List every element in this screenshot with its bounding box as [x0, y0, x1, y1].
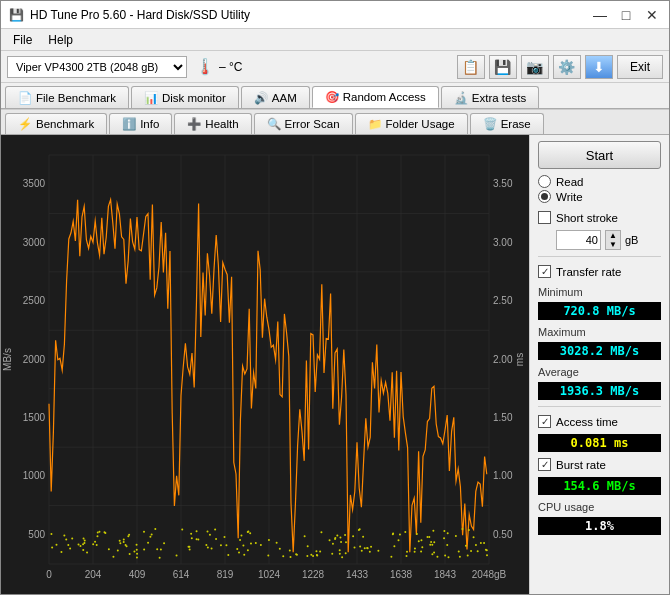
right-panel: Start Read Write Short stroke	[529, 135, 669, 594]
performance-chart	[1, 135, 529, 594]
toolbar-btn-camera[interactable]: 📷	[521, 55, 549, 79]
short-stroke-item[interactable]: Short stroke	[538, 211, 661, 224]
tab-benchmark[interactable]: ⚡ Benchmark	[5, 113, 107, 134]
maximize-button[interactable]: □	[617, 6, 635, 24]
short-stroke-checkbox[interactable]	[538, 211, 551, 224]
minimum-value: 720.8 MB/s	[538, 302, 661, 320]
disk-monitor-icon: 📊	[144, 91, 158, 105]
rw-radio-group: Read Write	[538, 175, 661, 203]
menu-bar: File Help	[1, 29, 669, 51]
read-radio-item[interactable]: Read	[538, 175, 661, 188]
tab-aam[interactable]: 🔊 AAM	[241, 86, 310, 108]
tab-file-benchmark[interactable]: 📄 File Benchmark	[5, 86, 129, 108]
toolbar-btn-2[interactable]: 💾	[489, 55, 517, 79]
exit-button[interactable]: Exit	[617, 55, 663, 79]
transfer-rate-item[interactable]: Transfer rate	[538, 265, 661, 278]
spin-up-button[interactable]: ▲	[606, 231, 620, 240]
write-label: Write	[556, 191, 583, 203]
disk-monitor-label: Disk monitor	[162, 92, 226, 104]
info-icon: ℹ️	[122, 117, 136, 131]
menu-help[interactable]: Help	[40, 31, 81, 49]
write-radio[interactable]	[538, 190, 551, 203]
temperature-value: – °C	[219, 60, 242, 74]
tab-disk-monitor[interactable]: 📊 Disk monitor	[131, 86, 239, 108]
burst-rate-checkbox[interactable]	[538, 458, 551, 471]
burst-rate-item[interactable]: Burst rate	[538, 458, 661, 471]
tab-health[interactable]: ➕ Health	[174, 113, 251, 134]
maximum-value: 3028.2 MB/s	[538, 342, 661, 360]
read-label: Read	[556, 176, 584, 188]
title-bar: 💾 HD Tune Pro 5.60 - Hard Disk/SSD Utili…	[1, 1, 669, 29]
tab-erase[interactable]: 🗑️ Erase	[470, 113, 544, 134]
burst-rate-value: 154.6 MB/s	[538, 477, 661, 495]
file-benchmark-icon: 📄	[18, 91, 32, 105]
window-title: HD Tune Pro 5.60 - Hard Disk/SSD Utility	[30, 8, 250, 22]
average-value: 1936.3 MB/s	[538, 382, 661, 400]
tabs-row-1: 📄 File Benchmark 📊 Disk monitor 🔊 AAM 🎯 …	[1, 83, 669, 109]
erase-icon: 🗑️	[483, 117, 497, 131]
spin-down-button[interactable]: ▼	[606, 240, 620, 249]
temperature-display: 🌡️ – °C	[195, 57, 242, 76]
chart-area	[1, 135, 529, 594]
tab-info[interactable]: ℹ️ Info	[109, 113, 172, 134]
tab-random-access[interactable]: 🎯 Random Access	[312, 86, 439, 108]
menu-file[interactable]: File	[5, 31, 40, 49]
random-access-icon: 🎯	[325, 90, 339, 104]
benchmark-icon: ⚡	[18, 117, 32, 131]
drive-selector[interactable]: Viper VP4300 2TB (2048 gB)	[7, 56, 187, 78]
main-window: 💾 HD Tune Pro 5.60 - Hard Disk/SSD Utili…	[0, 0, 670, 595]
divider-2	[538, 406, 661, 407]
toolbar: Viper VP4300 2TB (2048 gB) 🌡️ – °C 📋 💾 📷…	[1, 51, 669, 83]
access-time-label: Access time	[556, 416, 618, 428]
info-label: Info	[140, 118, 159, 130]
minimize-button[interactable]: —	[591, 6, 609, 24]
tab-extra-tests[interactable]: 🔬 Extra tests	[441, 86, 539, 108]
toolbar-btn-1[interactable]: 📋	[457, 55, 485, 79]
short-stroke-row: ▲ ▼ gB	[556, 230, 661, 250]
write-radio-item[interactable]: Write	[538, 190, 661, 203]
toolbar-btn-settings[interactable]: ⚙️	[553, 55, 581, 79]
transfer-rate-label: Transfer rate	[556, 266, 621, 278]
access-time-checkbox[interactable]	[538, 415, 551, 428]
stroke-input[interactable]	[556, 230, 601, 250]
random-access-label: Random Access	[343, 91, 426, 103]
cpu-value: 1.8%	[538, 517, 661, 535]
aam-label: AAM	[272, 92, 297, 104]
app-icon: 💾	[9, 8, 24, 22]
average-label: Average	[538, 366, 661, 378]
access-time-item[interactable]: Access time	[538, 415, 661, 428]
divider-1	[538, 256, 661, 257]
health-icon: ➕	[187, 117, 201, 131]
access-time-value: 0.081 ms	[538, 434, 661, 452]
folder-usage-label: Folder Usage	[386, 118, 455, 130]
health-label: Health	[205, 118, 238, 130]
error-scan-label: Error Scan	[285, 118, 340, 130]
cpu-label: CPU usage	[538, 501, 661, 513]
burst-rate-label: Burst rate	[556, 459, 606, 471]
error-scan-icon: 🔍	[267, 117, 281, 131]
aam-icon: 🔊	[254, 91, 268, 105]
tab-error-scan[interactable]: 🔍 Error Scan	[254, 113, 353, 134]
tabs-row-2: ⚡ Benchmark ℹ️ Info ➕ Health 🔍 Error Sca…	[1, 109, 669, 135]
gb-label: gB	[625, 234, 638, 246]
extra-tests-icon: 🔬	[454, 91, 468, 105]
start-button[interactable]: Start	[538, 141, 661, 169]
main-content: Start Read Write Short stroke	[1, 135, 669, 594]
toolbar-btn-download[interactable]: ⬇	[585, 55, 613, 79]
benchmark-label: Benchmark	[36, 118, 94, 130]
title-bar-controls: — □ ✕	[591, 6, 661, 24]
spin-buttons: ▲ ▼	[605, 230, 621, 250]
extra-tests-label: Extra tests	[472, 92, 526, 104]
erase-label: Erase	[501, 118, 531, 130]
short-stroke-label: Short stroke	[556, 212, 618, 224]
transfer-rate-checkbox[interactable]	[538, 265, 551, 278]
file-benchmark-label: File Benchmark	[36, 92, 116, 104]
read-radio[interactable]	[538, 175, 551, 188]
close-button[interactable]: ✕	[643, 6, 661, 24]
thermometer-icon: 🌡️	[195, 57, 215, 76]
tab-folder-usage[interactable]: 📁 Folder Usage	[355, 113, 468, 134]
maximum-label: Maximum	[538, 326, 661, 338]
folder-usage-icon: 📁	[368, 117, 382, 131]
title-bar-left: 💾 HD Tune Pro 5.60 - Hard Disk/SSD Utili…	[9, 8, 250, 22]
minimum-label: Minimum	[538, 286, 661, 298]
